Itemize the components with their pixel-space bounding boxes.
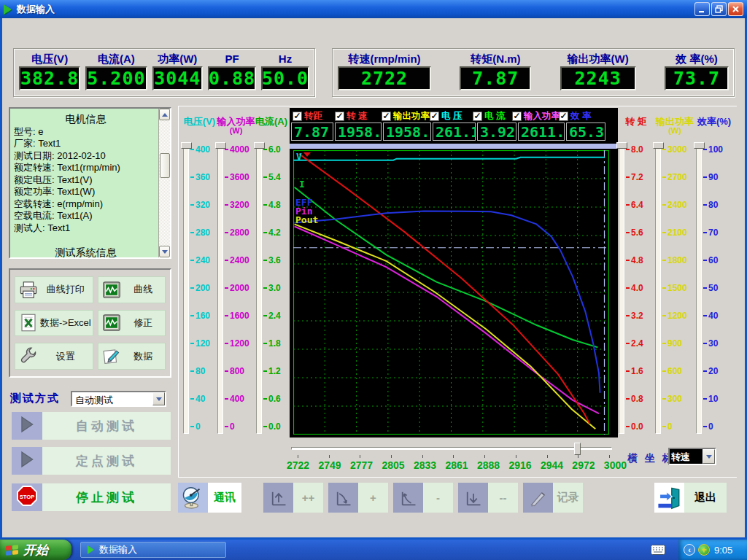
left-axis-0-tick-6: 160 — [190, 311, 217, 320]
data-to-excel-button[interactable]: 数据->Excel — [15, 310, 93, 337]
channel-4-checkbox[interactable] — [473, 112, 482, 121]
tick-mark — [225, 260, 228, 261]
left-axis-1-slider-thumb[interactable] — [215, 142, 226, 149]
zoom-minus-button[interactable]: - — [393, 483, 453, 513]
left-axis-1-slider[interactable] — [217, 142, 223, 434]
tick-mark — [263, 232, 267, 233]
left-axis-0-slider-thumb[interactable] — [181, 142, 192, 149]
curve-button[interactable]: 曲线 — [98, 276, 166, 303]
x-slider-tick — [609, 455, 610, 458]
scroll-down-button[interactable] — [159, 246, 170, 257]
left-axis-2: 电流(A)6.05.44.84.23.63.02.41.81.20.60.0 — [255, 115, 287, 435]
exit-button[interactable]: 退出 — [654, 483, 727, 513]
x-tick-label-5: 2861 — [445, 459, 468, 471]
tick-value: 2100 — [667, 228, 687, 238]
zoom-plus-plus-button[interactable]: ++ — [263, 483, 323, 513]
channel-5-checkbox[interactable] — [512, 112, 522, 121]
right-axis-2-slider[interactable] — [696, 142, 702, 434]
zoom-minus-minus-button[interactable]: -- — [458, 483, 518, 513]
right-axis-1-slider-thumb[interactable] — [653, 142, 664, 149]
zoom-plus-button[interactable]: + — [328, 483, 388, 513]
tick-value: 1600 — [230, 311, 249, 321]
close-button[interactable] — [728, 2, 743, 16]
stop-test-button[interactable]: STOP停止测试 — [12, 483, 171, 511]
left-axis-2-slider-thumb[interactable] — [254, 142, 265, 149]
x-axis-selector[interactable]: 转速 — [668, 448, 716, 465]
right-axis-1-slider[interactable] — [655, 142, 661, 434]
start-button[interactable]: 开始 — [0, 540, 71, 560]
tick-mark — [225, 287, 228, 289]
tray-expand-icon[interactable]: ‹ — [684, 544, 695, 556]
info-scrollbar[interactable] — [158, 109, 170, 257]
scroll-down-icon — [162, 250, 168, 254]
meter-r-3: 效 率(%)73.7 — [665, 52, 729, 90]
left-axis-0-tick-1: 360 — [190, 173, 217, 182]
exit-button-label: 退出 — [684, 483, 727, 513]
minimize-button[interactable] — [694, 2, 710, 16]
right-axis-0-slider[interactable] — [619, 142, 624, 434]
right-axis-1-unit: (W) — [654, 126, 695, 142]
left-axis-0-slider[interactable] — [183, 142, 189, 434]
fixed-point-test-button[interactable]: 定点测试 — [12, 447, 171, 475]
left-axis-0-tick-4: 240 — [190, 256, 217, 265]
tray-program-icon[interactable] — [698, 544, 710, 556]
channel-5: 输入功率 — [512, 110, 559, 122]
scroll-track[interactable] — [159, 120, 170, 246]
tick-mark — [626, 343, 630, 344]
x-slider-track[interactable] — [291, 447, 612, 450]
input-method-icon[interactable] — [651, 545, 665, 558]
channel-3-checkbox[interactable] — [430, 112, 439, 121]
plot-area[interactable]: VPinPoutIEFF — [293, 150, 609, 435]
series-label-EFF: EFF — [295, 197, 313, 208]
tick-value: 60 — [708, 255, 718, 265]
tick-value: 2800 — [230, 228, 249, 238]
left-axis-2-tick-2: 4.8 — [263, 201, 287, 209]
scroll-up-button[interactable] — [159, 109, 170, 120]
tick-mark — [263, 426, 267, 427]
left-axis-1-label: 输入功率 — [217, 115, 255, 126]
print-curve-button[interactable]: 曲线打印 — [15, 276, 93, 303]
tick-value: 4.8 — [631, 255, 643, 265]
right-axis-1-ticks: 30002700240021001800150012009006003000 — [662, 145, 695, 431]
taskbar-task-button[interactable]: 数据输入 — [80, 542, 226, 558]
comm-button[interactable]: 通讯 — [178, 483, 241, 513]
right-axis-2-ticks: 1009080706050403020100 — [703, 145, 733, 431]
channel-0-checkbox[interactable] — [293, 112, 302, 121]
meter-r-3-value: 73.7 — [665, 66, 729, 90]
left-axis-2-slider[interactable] — [256, 142, 262, 434]
left-axis-1-tick-3: 2800 — [225, 228, 255, 237]
motor-info-line-5: 额定功率: Text1(W) — [14, 186, 158, 198]
scroll-up-icon — [162, 113, 168, 117]
test-mode-dropdown-button[interactable] — [152, 392, 165, 405]
record-button-label: 记录 — [553, 483, 583, 513]
tick-value: 1.6 — [631, 366, 643, 376]
tick-mark — [703, 176, 707, 178]
series-Pin — [295, 227, 599, 414]
x-slider-tick — [578, 455, 578, 458]
x-slider-thumb[interactable] — [574, 443, 581, 455]
test-mode-label: 测试方式 — [10, 392, 60, 405]
svg-text:STOP: STOP — [20, 494, 35, 500]
tick-mark — [662, 176, 666, 178]
tick-mark — [225, 176, 228, 178]
record-button[interactable]: 记录 — [523, 483, 583, 513]
tick-mark — [626, 149, 630, 150]
data-button[interactable]: 数据 — [98, 343, 166, 370]
stop-test-button-tile: STOP — [12, 483, 42, 511]
left-axis-0-tick-3: 280 — [190, 228, 217, 237]
right-axis-0-slider-thumb[interactable] — [616, 142, 627, 149]
channel-6-checkbox[interactable] — [559, 112, 568, 121]
motor-info-line-1: 厂家: Text1 — [14, 138, 158, 150]
auto-test-button[interactable]: 自动测试 — [12, 412, 171, 440]
tick-mark — [662, 287, 666, 289]
x-axis-dropdown-button[interactable] — [703, 449, 715, 464]
restore-button[interactable] — [711, 2, 727, 16]
right-axis-2-slider-thumb[interactable] — [694, 142, 705, 149]
channel-1-checkbox[interactable] — [335, 112, 344, 121]
settings-button[interactable]: 设置 — [15, 343, 93, 370]
correction-button[interactable]: 修正 — [98, 310, 166, 337]
channel-2-checkbox[interactable] — [382, 112, 391, 121]
test-mode-select[interactable]: 自动测试 — [71, 391, 166, 407]
meter-r-3-label: 效 率(%) — [665, 52, 729, 66]
scroll-thumb[interactable] — [160, 153, 170, 178]
